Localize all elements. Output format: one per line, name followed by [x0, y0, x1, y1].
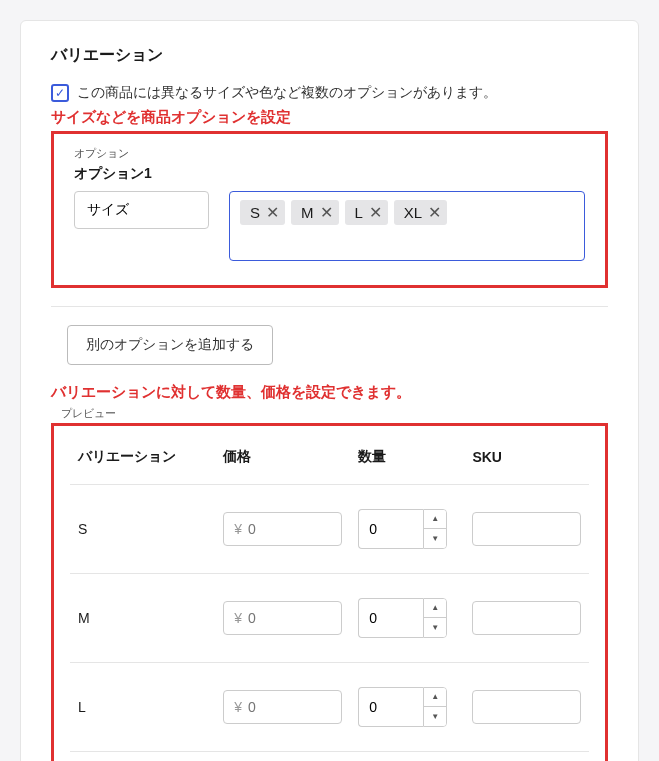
- price-cell: ¥: [215, 485, 350, 574]
- option-tag: XL✕: [394, 200, 447, 225]
- section-title: バリエーション: [51, 45, 608, 66]
- price-input[interactable]: [248, 610, 331, 626]
- sku-cell: [464, 485, 589, 574]
- price-input[interactable]: [248, 521, 331, 537]
- option-name-input[interactable]: [74, 191, 209, 229]
- stepper-buttons: ▲▼: [423, 509, 447, 549]
- remove-tag-icon[interactable]: ✕: [369, 205, 382, 221]
- qty-decrement-button[interactable]: ▼: [424, 618, 446, 637]
- price-input-wrap: ¥: [223, 690, 342, 724]
- option-tag: M✕: [291, 200, 339, 225]
- qty-increment-button[interactable]: ▲: [424, 510, 446, 529]
- qty-input[interactable]: [358, 687, 423, 727]
- qty-stepper: ▲▼: [358, 509, 453, 549]
- option1-row: S✕M✕L✕XL✕: [74, 191, 585, 261]
- options-highlight-frame: オプション オプション1 S✕M✕L✕XL✕: [51, 131, 608, 288]
- qty-decrement-button[interactable]: ▼: [424, 529, 446, 548]
- divider: [51, 306, 608, 307]
- table-row: M¥▲▼: [70, 574, 589, 663]
- multi-options-checkbox-label: この商品には異なるサイズや色など複数のオプションがあります。: [77, 84, 497, 102]
- qty-increment-button[interactable]: ▲: [424, 688, 446, 707]
- price-cell: ¥: [215, 752, 350, 762]
- option-tag-label: S: [250, 204, 260, 221]
- variation-name: S: [70, 485, 215, 574]
- qty-cell: ▲▼: [350, 752, 464, 762]
- sku-input[interactable]: [472, 601, 581, 635]
- variation-name: L: [70, 663, 215, 752]
- currency-symbol: ¥: [234, 699, 242, 715]
- qty-cell: ▲▼: [350, 574, 464, 663]
- table-header-row: バリエーション 価格 数量 SKU: [70, 434, 589, 485]
- col-header-sku: SKU: [464, 434, 589, 485]
- variation-name: XL: [70, 752, 215, 762]
- option-tag-label: L: [355, 204, 363, 221]
- qty-stepper: ▲▼: [358, 598, 453, 638]
- multi-options-checkbox-row: ✓ この商品には異なるサイズや色など複数のオプションがあります。: [51, 84, 608, 102]
- price-cell: ¥: [215, 663, 350, 752]
- col-header-qty: 数量: [350, 434, 464, 485]
- price-input-wrap: ¥: [223, 512, 342, 546]
- qty-input[interactable]: [358, 509, 423, 549]
- option-tag-label: XL: [404, 204, 422, 221]
- table-row: S¥▲▼: [70, 485, 589, 574]
- price-cell: ¥: [215, 574, 350, 663]
- add-option-row: 別のオプションを追加する: [51, 325, 608, 365]
- add-option-button[interactable]: 別のオプションを追加する: [67, 325, 273, 365]
- options-box-label: オプション: [74, 146, 585, 161]
- option-tag: S✕: [240, 200, 285, 225]
- remove-tag-icon[interactable]: ✕: [320, 205, 333, 221]
- sku-cell: [464, 752, 589, 762]
- qty-stepper: ▲▼: [358, 687, 453, 727]
- variation-name: M: [70, 574, 215, 663]
- multi-options-checkbox[interactable]: ✓: [51, 84, 69, 102]
- preview-highlight-frame: バリエーション 価格 数量 SKU S¥▲▼M¥▲▼L¥▲▼XL¥▲▼: [51, 423, 608, 761]
- remove-tag-icon[interactable]: ✕: [428, 205, 441, 221]
- option-tag: L✕: [345, 200, 388, 225]
- sku-input[interactable]: [472, 690, 581, 724]
- sku-cell: [464, 663, 589, 752]
- qty-increment-button[interactable]: ▲: [424, 599, 446, 618]
- option-values-input[interactable]: S✕M✕L✕XL✕: [229, 191, 585, 261]
- preview-label: プレビュー: [51, 406, 608, 421]
- stepper-buttons: ▲▼: [423, 598, 447, 638]
- option1-label: オプション1: [74, 165, 585, 183]
- options-annotation: サイズなどを商品オプションを設定: [51, 108, 608, 127]
- qty-cell: ▲▼: [350, 485, 464, 574]
- col-header-variation: バリエーション: [70, 434, 215, 485]
- qty-cell: ▲▼: [350, 663, 464, 752]
- price-input-wrap: ¥: [223, 601, 342, 635]
- col-header-price: 価格: [215, 434, 350, 485]
- table-row: L¥▲▼: [70, 663, 589, 752]
- sku-cell: [464, 574, 589, 663]
- variations-table: バリエーション 価格 数量 SKU S¥▲▼M¥▲▼L¥▲▼XL¥▲▼: [70, 434, 589, 761]
- preview-annotation: バリエーションに対して数量、価格を設定できます。: [51, 383, 608, 402]
- qty-decrement-button[interactable]: ▼: [424, 707, 446, 726]
- option-tag-label: M: [301, 204, 314, 221]
- options-box: オプション オプション1 S✕M✕L✕XL✕: [58, 138, 601, 281]
- currency-symbol: ¥: [234, 521, 242, 537]
- price-input[interactable]: [248, 699, 331, 715]
- remove-tag-icon[interactable]: ✕: [266, 205, 279, 221]
- preview-box: バリエーション 価格 数量 SKU S¥▲▼M¥▲▼L¥▲▼XL¥▲▼: [56, 428, 603, 761]
- sku-input[interactable]: [472, 512, 581, 546]
- stepper-buttons: ▲▼: [423, 687, 447, 727]
- variations-card: バリエーション ✓ この商品には異なるサイズや色など複数のオプションがあります。…: [20, 20, 639, 761]
- currency-symbol: ¥: [234, 610, 242, 626]
- qty-input[interactable]: [358, 598, 423, 638]
- check-icon: ✓: [55, 87, 65, 99]
- table-row: XL¥▲▼: [70, 752, 589, 762]
